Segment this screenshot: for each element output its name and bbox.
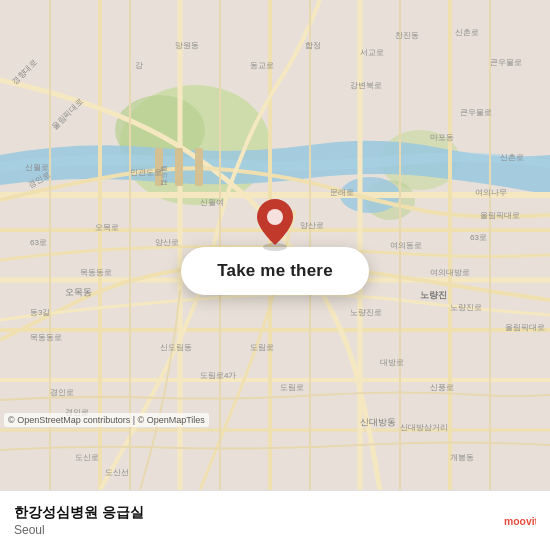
svg-text:월드컵: 월드컵: [160, 165, 168, 186]
svg-text:큰우물로: 큰우물로: [490, 58, 522, 67]
bottom-bar: 한강성심병원 응급실 Seoul moovit: [0, 490, 550, 550]
svg-text:찬진동: 찬진동: [395, 31, 419, 40]
svg-text:마포동: 마포동: [430, 133, 454, 142]
svg-text:올림픽대로: 올림픽대로: [505, 323, 545, 332]
svg-text:도신선: 도신선: [105, 468, 129, 477]
svg-text:민관도로: 민관도로: [130, 168, 162, 177]
svg-text:도림로: 도림로: [280, 383, 304, 392]
svg-text:동3길: 동3길: [30, 308, 50, 317]
svg-text:신촌로: 신촌로: [500, 153, 524, 162]
moovit-logo: moovit: [504, 505, 536, 537]
svg-text:목동동로: 목동동로: [30, 333, 62, 342]
svg-text:동교로: 동교로: [250, 61, 274, 70]
place-city: Seoul: [14, 523, 144, 537]
svg-text:경인로: 경인로: [50, 388, 74, 397]
place-info: 한강성심병원 응급실 Seoul: [14, 504, 144, 537]
svg-text:개봉동: 개봉동: [450, 453, 474, 462]
svg-text:신도림동: 신도림동: [160, 343, 192, 352]
map-pin-icon: [247, 195, 303, 251]
map-area: 경인로 목동동로 경인로 양산로 여의동로 여의대방로 문래로 경향대로 울림픽…: [0, 0, 550, 490]
svg-text:신월로: 신월로: [25, 163, 49, 172]
svg-text:도림로: 도림로: [250, 343, 274, 352]
svg-text:큰우물로: 큰우물로: [460, 108, 492, 117]
svg-text:목동동로: 목동동로: [80, 268, 112, 277]
svg-text:moovit: moovit: [504, 516, 536, 527]
svg-text:오목로: 오목로: [95, 223, 119, 232]
svg-text:신대방동: 신대방동: [360, 417, 396, 427]
svg-rect-25: [195, 148, 203, 186]
svg-text:63로: 63로: [470, 233, 487, 242]
svg-text:올림픽대로: 올림픽대로: [480, 211, 520, 220]
svg-text:도신로: 도신로: [75, 453, 99, 462]
svg-text:신풍로: 신풍로: [430, 383, 454, 392]
map-attribution: © OpenStreetMap contributors | © OpenMap…: [4, 413, 209, 427]
place-name: 한강성심병원 응급실: [14, 504, 144, 522]
svg-text:망원동: 망원동: [175, 41, 199, 50]
svg-text:도림로4가: 도림로4가: [200, 371, 236, 380]
moovit-logo-icon: moovit: [504, 505, 536, 537]
svg-text:강: 강: [135, 61, 143, 70]
button-overlay: Take me there: [140, 195, 410, 295]
svg-text:여의대방로: 여의대방로: [430, 268, 470, 277]
svg-text:대방로: 대방로: [380, 358, 404, 367]
svg-text:여의나무: 여의나무: [475, 188, 507, 197]
svg-text:신대방삼거리: 신대방삼거리: [400, 423, 448, 432]
svg-text:노량진로: 노량진로: [450, 303, 482, 312]
svg-rect-24: [175, 148, 183, 186]
svg-text:노량진: 노량진: [420, 290, 447, 300]
svg-text:63로: 63로: [30, 238, 47, 247]
svg-text:노량진로: 노량진로: [350, 308, 382, 317]
app-container: 경인로 목동동로 경인로 양산로 여의동로 여의대방로 문래로 경향대로 울림픽…: [0, 0, 550, 550]
svg-text:신촌로: 신촌로: [455, 28, 479, 37]
svg-text:강변북로: 강변북로: [350, 81, 382, 90]
svg-text:서교로: 서교로: [360, 48, 384, 57]
take-me-there-button[interactable]: Take me there: [181, 247, 369, 295]
svg-text:오목동: 오목동: [65, 287, 92, 297]
svg-text:합정: 합정: [305, 41, 321, 50]
svg-point-78: [267, 209, 283, 225]
